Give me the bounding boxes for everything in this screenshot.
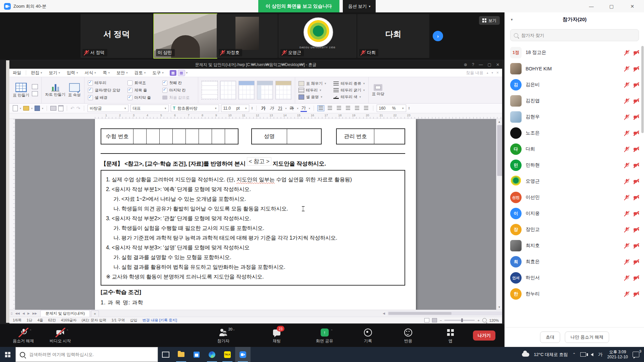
participant-row[interactable]: 오영근 xyxy=(505,173,644,189)
align-distribute-button[interactable] xyxy=(354,105,361,111)
find-prev-icon[interactable]: ▴ xyxy=(487,71,488,74)
apps-button[interactable]: 앱 xyxy=(446,328,455,344)
chevron-up-icon[interactable]: ⌃ xyxy=(66,329,69,333)
chevron-up-icon[interactable]: ⌃ xyxy=(232,329,235,333)
line-spacing-spinner[interactable]: ▲▼ xyxy=(408,107,410,110)
mic-off-icon[interactable] xyxy=(625,131,629,136)
mic-off-icon[interactable] xyxy=(625,82,629,87)
menu-tools[interactable]: 도구▾ xyxy=(149,70,167,76)
font-color-button[interactable]: 가 xyxy=(301,105,307,112)
notification-icon[interactable]: 9 xyxy=(633,352,639,357)
chevron-down-icon[interactable]: ▾ xyxy=(511,17,513,22)
undo-icon[interactable]: ↶ xyxy=(70,106,74,111)
minimize-icon[interactable]: — xyxy=(479,62,483,67)
mic-off-icon[interactable] xyxy=(625,211,629,216)
video-tile[interactable]: 차정호 xyxy=(217,14,278,58)
cell-shading-button[interactable]: 셀 음영▾ xyxy=(299,95,326,100)
participant-row[interactable]: 김 김은비 xyxy=(505,77,644,93)
participant-row[interactable]: 김진엽 xyxy=(505,93,644,109)
size-spinner[interactable]: ▲▼ xyxy=(251,107,253,110)
border-color-button[interactable]: 테두리 색▾ xyxy=(333,95,365,100)
share-screen-button[interactable]: ⌃ 화면 공유 xyxy=(316,328,333,344)
participant-row[interactable]: 민 민하현 xyxy=(505,157,644,173)
tray-expand-icon[interactable]: ⌃ xyxy=(573,352,576,357)
participant-row[interactable]: 한 한누리 xyxy=(505,286,644,302)
file-explorer-button[interactable] xyxy=(173,347,189,362)
weather-text[interactable]: 12°C 대체로 흐림 xyxy=(534,352,568,358)
find-close-icon[interactable]: × xyxy=(496,70,499,75)
table-edit-mode-icon[interactable]: ▦ xyxy=(170,70,176,76)
mic-off-icon[interactable] xyxy=(625,99,629,104)
zoom-in-icon[interactable]: + xyxy=(477,318,479,322)
mic-off-icon[interactable] xyxy=(625,163,629,168)
invite-button[interactable]: 초대 xyxy=(540,331,560,343)
unmute-myself-button[interactable]: 나만 음소거 해제 xyxy=(565,331,609,343)
zoom-window-icon[interactable]: ⊕ xyxy=(464,62,467,67)
video-off-icon[interactable] xyxy=(634,163,639,168)
taskbar-search[interactable] xyxy=(15,347,158,362)
mic-off-icon[interactable] xyxy=(625,50,629,55)
participant-row[interactable]: 김현우 xyxy=(505,109,644,125)
prev-tab-icon[interactable]: ◀ xyxy=(21,312,26,315)
save-icon[interactable] xyxy=(35,106,40,111)
video-off-icon[interactable] xyxy=(634,276,639,280)
mic-off-icon[interactable] xyxy=(625,292,629,297)
scroll-left-icon[interactable]: ◀ xyxy=(381,312,386,315)
mic-off-icon[interactable] xyxy=(625,115,629,120)
start-video-button[interactable]: ⌃ 비디오 시작 xyxy=(50,328,71,344)
checkbox-last-column[interactable]: 마지막 칸 xyxy=(162,88,195,93)
checkbox-first-column[interactable]: 첫째 칸 xyxy=(162,80,195,85)
participant-search-input[interactable] xyxy=(521,33,635,38)
next-tab-icon[interactable]: ▶ xyxy=(26,312,31,315)
menu-view[interactable]: 보기▾ xyxy=(46,70,64,76)
table-layout-icon[interactable]: ▦ xyxy=(178,70,185,76)
font-select[interactable]: T함초롬바탕▾ xyxy=(171,105,219,112)
table-fill-button[interactable]: 표 채우기▾ xyxy=(299,81,326,86)
document-page[interactable]: 수험 번호 성명 관리 번호 【문제】 <참고>, [교수·학습 xyxy=(95,119,416,310)
checkbox-last-row[interactable]: 마지막 줄 xyxy=(127,95,162,100)
display-icon[interactable] xyxy=(580,352,586,357)
maximize-button[interactable]: ▢ xyxy=(604,0,619,12)
mic-off-icon[interactable] xyxy=(625,195,629,200)
table-style-thumbnail[interactable] xyxy=(275,81,291,100)
new-document-icon[interactable] xyxy=(13,105,18,111)
chevron-up-icon[interactable]: ⌃ xyxy=(29,329,32,333)
video-off-icon[interactable] xyxy=(634,195,639,200)
video-tile-active-speaker[interactable]: 이 상민 xyxy=(153,13,217,59)
border-width-button[interactable]: 테두리 굵기▾ xyxy=(333,88,365,93)
bold-button[interactable]: 가 xyxy=(260,105,266,111)
speaker-icon[interactable] xyxy=(591,353,593,356)
participant-row[interactable]: 장 장민교 xyxy=(505,222,644,238)
reactions-button[interactable]: 반응 xyxy=(404,328,413,344)
video-tile[interactable]: 다희 다희 xyxy=(357,14,429,58)
strikethrough-button[interactable]: 과 xyxy=(288,105,295,111)
mic-off-icon[interactable] xyxy=(625,276,629,281)
close-icon[interactable]: ✕ xyxy=(496,62,499,67)
zoom-level[interactable]: 120% xyxy=(489,318,499,322)
style-select[interactable]: 바탕글▾ xyxy=(88,105,128,112)
participant-row[interactable]: 다 다희 xyxy=(505,141,644,157)
mic-off-icon[interactable] xyxy=(625,147,629,152)
video-off-icon[interactable] xyxy=(634,51,639,55)
align-right-button[interactable] xyxy=(344,105,352,111)
kakaotalk-button[interactable]: TALK xyxy=(220,347,235,362)
store-button[interactable] xyxy=(189,347,204,362)
record-button[interactable]: 기록 xyxy=(364,328,372,344)
table-style-thumbnail[interactable] xyxy=(202,81,218,100)
participant-search[interactable] xyxy=(510,29,639,41)
participant-row[interactable]: 선민 이선민 xyxy=(505,189,644,205)
border-button[interactable]: 테두리▾ xyxy=(299,88,326,93)
menu-format[interactable]: 서식▾ xyxy=(82,70,100,76)
checkbox-title-row[interactable]: 제목 줄 xyxy=(127,88,162,93)
preview-icon[interactable] xyxy=(58,105,63,111)
leave-meeting-button[interactable]: 나가기 xyxy=(473,330,495,341)
align-center-button[interactable] xyxy=(335,105,342,111)
participant-row[interactable]: 최지호 xyxy=(505,238,644,254)
checkbox-cell-bg[interactable]: 셀 배경 xyxy=(88,95,127,100)
table-style-thumbnail[interactable] xyxy=(257,81,273,100)
view-mode-icon[interactable] xyxy=(432,318,437,322)
table-properties-button[interactable]: 표 속성 xyxy=(68,83,81,97)
video-off-icon[interactable] xyxy=(634,228,639,232)
view-mode-icon[interactable] xyxy=(424,318,429,322)
table-create-button[interactable]: 표 만들기 xyxy=(13,83,29,98)
